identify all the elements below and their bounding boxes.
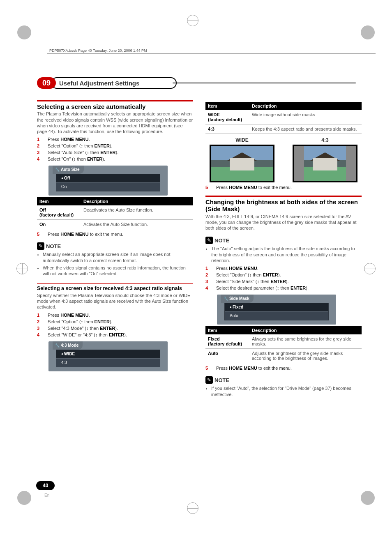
- step-4: Select "On" (↕ then ENTER).: [48, 157, 105, 161]
- note-icon: [205, 376, 213, 384]
- reg-mark-br: [361, 491, 375, 506]
- menu-row-43: 4:3: [56, 358, 160, 367]
- step-5-side-mask: 5Press HOME MENU to exit the menu.: [205, 366, 362, 371]
- chapter-title: Useful Adjustment Settings: [51, 77, 177, 89]
- steps-auto-size: 1Press HOME MENU. 2Select "Option" (↕ th…: [37, 137, 193, 161]
- page-number: 40: [36, 481, 55, 490]
- chapter-header: 09 Useful Adjustment Settings: [37, 77, 356, 100]
- step-3: Select "Auto Size" (↕ then ENTER).: [48, 150, 118, 155]
- note-list: If you select "Auto", the selection for …: [205, 385, 362, 397]
- section-title-auto-size: Selecting a screen size automatically: [37, 103, 193, 110]
- reg-target-t: [187, 15, 198, 26]
- note-heading: NOTE: [205, 376, 362, 384]
- table-43-mode: ItemDescription WIDE(factory default)Wid…: [205, 102, 362, 134]
- note-item: When the video signal contains no aspect…: [43, 265, 193, 277]
- thumb-43: [293, 145, 357, 182]
- menu-auto-size: 🔧Auto Size Off On: [48, 166, 168, 196]
- section-title-side-mask: Changing the brightness at both sides of…: [205, 198, 362, 213]
- page: PDP507XA.book Page 40 Tuesday, June 20, …: [0, 0, 392, 555]
- reg-target-r: [364, 263, 376, 274]
- steps-side-mask: 1Press HOME MENU. 2Select "Option" (↕ th…: [205, 266, 362, 290]
- note-list: Manually select an appropriate screen si…: [37, 251, 193, 276]
- subsection-title-43: Selecting a screen size for received 4:3…: [37, 286, 193, 292]
- wrench-icon: 🔧: [55, 343, 60, 348]
- menu-side-mask: 🔧Side Mask Fixed Auto: [217, 295, 336, 325]
- menu-row-on: On: [56, 182, 160, 191]
- note-heading: NOTE: [37, 242, 193, 250]
- note-heading: NOTE: [205, 237, 362, 244]
- chapter-rule: [173, 83, 356, 83]
- menu-43-mode: 🔧4:3 Mode WIDE 4:3: [48, 341, 168, 371]
- table-side-mask: ItemDescription Fixed(factory default)Al…: [205, 326, 362, 363]
- thumb-label-wide: WIDE: [210, 137, 274, 143]
- left-column: Selecting a screen size automatically Th…: [37, 100, 193, 399]
- reg-mark-tl: [17, 25, 31, 40]
- section-intro-side-mask: With the 4:3, FULL 14:9, or CINEMA 14:9 …: [205, 214, 362, 231]
- note-icon: [37, 242, 44, 250]
- section-rule: [205, 196, 362, 197]
- menu-row-off: Off: [56, 174, 160, 182]
- steps-43-mode: 1Press HOME MENU. 2Select "Option" (↕ th…: [37, 313, 193, 337]
- pdf-header-text: PDP507XA.book Page 40 Tuesday, June 20, …: [49, 48, 147, 53]
- note-item: The "Auto" setting adjusts the brightnes…: [211, 246, 362, 263]
- table-auto-size: ItemDescription Off(factory default)Deac…: [37, 197, 193, 229]
- content-columns: Selecting a screen size automatically Th…: [37, 100, 362, 399]
- chapter-number: 09: [37, 77, 56, 89]
- thumb-wide: [210, 145, 274, 182]
- page-language: En: [44, 493, 49, 497]
- menu-row-fixed: Fixed: [225, 303, 328, 311]
- note-icon: [205, 237, 213, 244]
- note-item: If you select "Auto", the selection for …: [211, 385, 362, 397]
- note-item: Manually select an appropriate screen si…: [43, 251, 193, 263]
- menu-row-auto: Auto: [225, 311, 328, 320]
- wrench-icon: 🔧: [55, 168, 60, 172]
- step-5-auto-size: 5Press HOME MENU to exit the menu.: [37, 232, 193, 237]
- step-5-43-mode: 5Press HOME MENU to exit the menu.: [205, 185, 362, 190]
- menu-row-wide: WIDE: [56, 350, 160, 358]
- reg-target-l: [16, 263, 28, 274]
- right-column: ItemDescription WIDE(factory default)Wid…: [205, 100, 362, 399]
- step-2: Select "Option" (↕ then ENTER).: [48, 143, 113, 148]
- step-1: Press HOME MENU.: [48, 137, 90, 142]
- reg-mark-bl: [17, 491, 31, 506]
- section-intro: The Plasma Television automatically sele…: [37, 111, 193, 134]
- section-rule: [37, 100, 193, 101]
- thumb-label-43: 4:3: [293, 137, 357, 143]
- reg-mark-tr: [361, 25, 375, 40]
- subsection-intro: Specify whether the Plasma Television sh…: [37, 292, 193, 310]
- aspect-thumbnails: WIDE 4:3: [205, 137, 362, 182]
- pdf-header-rule: [47, 53, 376, 54]
- note-list: The "Auto" setting adjusts the brightnes…: [205, 246, 362, 263]
- reg-target-b: [187, 502, 198, 514]
- subsection-rule: [37, 283, 193, 284]
- wrench-icon: 🔧: [224, 297, 228, 301]
